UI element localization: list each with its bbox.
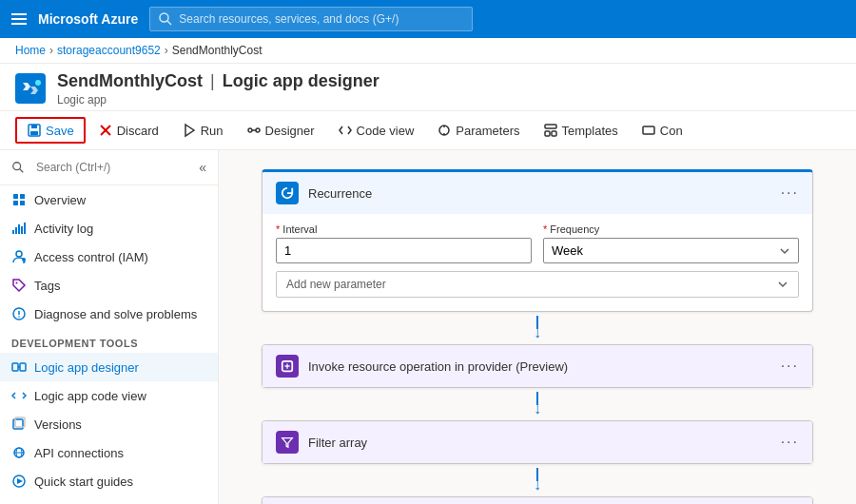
sidebar-access-label: Access control (IAM) (34, 250, 148, 264)
logic-code-icon (11, 388, 27, 403)
page-header: SendMonthlyCost | Logic app designer Log… (0, 64, 856, 111)
svg-point-32 (22, 258, 26, 262)
svg-rect-22 (13, 194, 18, 199)
versions-icon (11, 417, 27, 432)
svg-rect-26 (12, 230, 14, 234)
sidebar-search-icon (11, 161, 25, 174)
activity-icon (11, 221, 27, 236)
invoke-more-button[interactable]: ··· (781, 358, 799, 375)
svg-rect-39 (20, 363, 26, 371)
diagnose-icon (11, 306, 27, 321)
sidebar-item-api-connections[interactable]: API connections (0, 438, 218, 467)
connector-3: ↓ (534, 464, 541, 496)
main-layout: « Overview Activity log Access control (… (0, 150, 856, 504)
sidebar-item-access-control[interactable]: Access control (IAM) (0, 242, 218, 271)
svg-point-31 (16, 251, 22, 257)
sidebar-item-versions[interactable]: Versions (0, 410, 218, 438)
recurrence-fields-row: Interval Frequency Week (276, 223, 799, 263)
search-placeholder: Search resources, services, and docs (G+… (179, 12, 399, 26)
filter-node: Filter array ··· (262, 420, 813, 464)
filter-more-button[interactable]: ··· (781, 434, 799, 451)
recurrence-more-button[interactable]: ··· (781, 184, 799, 202)
sidebar-tags-label: Tags (34, 279, 60, 293)
sidebar-activity-label: Activity log (34, 222, 93, 236)
designer-button[interactable]: Designer (236, 118, 325, 143)
sidebar-search-row: « (0, 150, 218, 185)
con-button[interactable]: Con (631, 118, 693, 143)
page-title: SendMonthlyCost | Logic app designer (57, 71, 379, 91)
invoke-icon (276, 355, 299, 378)
compose-header: Compose ··· (263, 497, 812, 504)
sidebar-search-input[interactable] (30, 158, 193, 177)
parameters-button[interactable]: Parameters (426, 118, 530, 143)
interval-field: Interval (276, 223, 532, 263)
interval-label: Interval (276, 223, 532, 235)
hamburger-menu[interactable] (11, 13, 27, 25)
svg-rect-5 (31, 125, 37, 128)
toolbar: Save Discard Run Designer Code view Para… (0, 111, 856, 150)
sidebar-collapse-button[interactable]: « (199, 160, 206, 175)
svg-point-34 (16, 282, 18, 284)
svg-point-3 (35, 80, 41, 86)
frequency-field: Frequency Week (543, 223, 799, 263)
search-icon (158, 11, 173, 27)
svg-point-20 (13, 163, 21, 170)
api-icon (11, 445, 27, 460)
interval-input[interactable] (276, 238, 532, 263)
svg-line-21 (20, 169, 24, 173)
svg-marker-47 (17, 478, 23, 484)
filter-icon (276, 431, 299, 454)
azure-logo: Microsoft Azure (38, 11, 138, 27)
templates-button[interactable]: Templates (533, 118, 629, 143)
breadcrumb-home[interactable]: Home (15, 44, 46, 57)
recurrence-node: Recurrence ··· Interval Frequency Week (262, 169, 813, 312)
breadcrumb: Home › storageaccount9652 › SendMonthlyC… (0, 38, 856, 64)
sidebar-quickstart-label: Quick start guides (34, 475, 133, 489)
add-parameter-row[interactable]: Add new parameter (276, 271, 799, 298)
svg-rect-19 (643, 126, 654, 134)
svg-rect-28 (18, 224, 20, 234)
sidebar-item-logic-app-designer[interactable]: Logic app designer (0, 353, 218, 381)
sidebar-item-overview[interactable]: Overview (0, 185, 218, 214)
tags-icon (11, 278, 27, 293)
svg-rect-23 (20, 194, 25, 199)
logic-designer-icon (11, 359, 27, 375)
resource-type-label: Logic app (57, 93, 379, 107)
svg-point-0 (160, 13, 168, 22)
templates-icon (543, 123, 558, 138)
top-navigation: Microsoft Azure Search resources, servic… (0, 0, 856, 38)
svg-rect-30 (24, 223, 26, 234)
breadcrumb-current: SendMonthlyCost (172, 44, 263, 57)
sidebar-diagnose-label: Diagnose and solve problems (34, 307, 197, 321)
con-icon (641, 123, 656, 138)
svg-marker-9 (185, 125, 194, 136)
global-search-bar[interactable]: Search resources, services, and docs (G+… (149, 7, 473, 31)
invoke-header: Invoke resource operation in provider (P… (263, 345, 812, 387)
sidebar-item-activity-log[interactable]: Activity log (0, 214, 218, 242)
frequency-select[interactable]: Week (543, 238, 799, 263)
overview-icon (11, 192, 27, 207)
svg-rect-17 (545, 131, 550, 136)
svg-point-37 (18, 316, 20, 318)
add-param-label: Add new parameter (286, 278, 386, 291)
discard-icon (98, 123, 113, 138)
sidebar-item-quick-start[interactable]: Quick start guides (0, 467, 218, 495)
code-view-button[interactable]: Code view (327, 118, 425, 143)
parameters-icon (437, 123, 452, 138)
sidebar-item-diagnose[interactable]: Diagnose and solve problems (0, 300, 218, 328)
run-button[interactable]: Run (171, 118, 234, 143)
canvas-area: Recurrence ··· Interval Frequency Week (219, 150, 856, 504)
svg-rect-18 (552, 131, 556, 136)
sidebar-item-tags[interactable]: Tags (0, 271, 218, 300)
sidebar-item-logic-app-code[interactable]: Logic app code view (0, 381, 218, 410)
discard-button[interactable]: Discard (88, 118, 169, 143)
svg-rect-25 (20, 201, 25, 205)
svg-point-11 (256, 128, 260, 132)
svg-point-10 (248, 128, 252, 132)
breadcrumb-storage[interactable]: storageaccount9652 (57, 44, 161, 57)
sidebar-code-label: Logic app code view (34, 389, 146, 403)
access-icon (11, 249, 27, 264)
svg-rect-29 (21, 226, 23, 234)
save-button[interactable]: Save (15, 117, 86, 144)
sidebar-overview-label: Overview (34, 193, 86, 207)
